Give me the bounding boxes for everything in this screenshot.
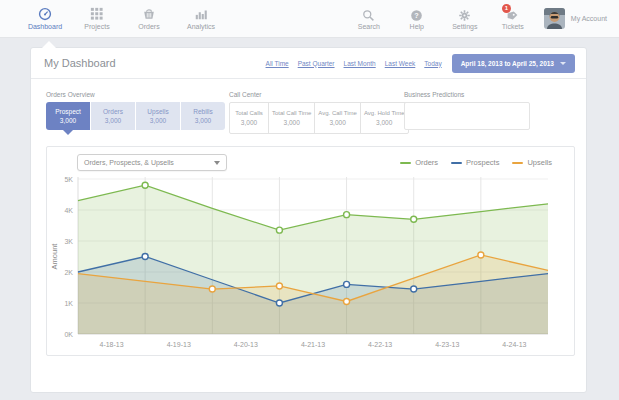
overview-tab-label: Rebills <box>181 107 225 116</box>
legend-label: Orders <box>415 158 438 167</box>
call-stat-avg-call-time: Avg. Call Time3,000 <box>314 102 361 134</box>
util-item-label: Search <box>358 23 380 30</box>
overview-tab-orders[interactable]: Orders3,000 <box>91 102 135 130</box>
nav-item-label: Orders <box>138 23 159 30</box>
util-item-help[interactable]: ?Help <box>400 8 434 30</box>
util-item-settings[interactable]: Settings <box>448 8 482 30</box>
y-tick-label: 4K <box>64 207 73 214</box>
date-range-label: April 18, 2013 to April 25, 2013 <box>461 60 554 67</box>
orders-area-chart: 0K1K2K3K4K5K4-18-134-19-134-20-134-21-13… <box>47 171 574 355</box>
chart-series-select[interactable]: Orders, Prospects, & Upsells <box>77 154 227 171</box>
dashboard-title-bar: My Dashboard All TimePast QuarterLast Mo… <box>31 48 586 79</box>
avatar[interactable] <box>544 8 565 29</box>
settings-icon <box>458 8 471 21</box>
data-point-marker <box>209 286 215 292</box>
page-title: My Dashboard <box>44 57 116 69</box>
legend-item-orders: Orders <box>400 158 438 167</box>
filter-link-past-quarter[interactable]: Past Quarter <box>298 60 335 67</box>
account-label: My Account <box>571 15 607 22</box>
card-notch <box>42 41 56 48</box>
legend-swatch <box>451 162 462 164</box>
util-item-tickets[interactable]: 1Tickets <box>496 8 530 30</box>
x-tick-label: 4-24-13 <box>502 341 526 348</box>
chart-panel: Orders, Prospects, & Upsells OrdersProsp… <box>46 146 575 356</box>
content-card: My Dashboard All TimePast QuarterLast Mo… <box>30 47 587 393</box>
overview-tab-upsells[interactable]: Upsells3,000 <box>136 102 180 130</box>
nav-item-label: Analytics <box>187 23 215 30</box>
y-tick-label: 3K <box>64 238 73 245</box>
primary-nav: DashboardProjectsOrdersAnalytics <box>0 7 224 30</box>
utility-nav: Search?HelpSettings1Tickets <box>352 8 530 30</box>
data-point-marker <box>276 283 282 289</box>
x-tick-label: 4-23-13 <box>435 341 459 348</box>
svg-text:?: ? <box>415 10 420 19</box>
overview-tab-value: 3,000 <box>91 116 135 125</box>
filter-link-today[interactable]: Today <box>424 60 441 67</box>
call-stat-label: Total Calls <box>233 110 265 118</box>
y-tick-label: 2K <box>64 269 73 276</box>
orders-overview-label: Orders Overview <box>46 91 225 98</box>
legend-swatch <box>400 162 411 164</box>
data-point-marker <box>142 182 148 188</box>
y-axis-title: Amount <box>50 243 59 270</box>
orders-overview-tabs: Prospect3,000Orders3,000Upsells3,000Rebi… <box>46 102 225 130</box>
util-item-label: Tickets <box>502 23 524 30</box>
data-point-marker <box>276 300 282 306</box>
data-point-marker <box>411 286 417 292</box>
x-tick-label: 4-21-13 <box>301 341 325 348</box>
data-point-marker <box>344 298 350 304</box>
chevron-down-icon <box>560 62 566 65</box>
overview-tab-label: Upsells <box>136 107 180 116</box>
overview-tab-value: 3,000 <box>46 116 90 125</box>
overview-tab-label: Prospect <box>46 107 90 116</box>
date-filter-links: All TimePast QuarterLast MonthLast WeekT… <box>266 60 442 67</box>
chart-header: Orders, Prospects, & Upsells OrdersProsp… <box>47 147 574 173</box>
business-predictions-section: Business Predictions <box>404 91 530 130</box>
call-stat-avg-hold-time: Avg. Hold Time3,000 <box>360 102 409 134</box>
nav-item-orders[interactable]: Orders <box>126 7 172 30</box>
x-tick-label: 4-22-13 <box>368 341 392 348</box>
legend-swatch <box>512 162 523 164</box>
chevron-down-icon <box>214 161 220 165</box>
y-tick-label: 1K <box>64 300 73 307</box>
call-center-stats: Total Calls3,000Total Call Time3,000Avg.… <box>229 102 409 134</box>
data-point-marker <box>344 281 350 287</box>
nav-item-projects[interactable]: Projects <box>74 7 120 30</box>
call-center-section: Call Center Total Calls3,000Total Call T… <box>229 91 409 134</box>
overview-tab-rebills[interactable]: Rebills3,000 <box>181 102 225 130</box>
legend-label: Prospects <box>466 158 499 167</box>
analytics-icon <box>194 7 208 21</box>
search-icon <box>362 8 375 21</box>
nav-item-dashboard[interactable]: Dashboard <box>22 7 68 30</box>
avatar-image <box>544 8 565 29</box>
filter-link-last-week[interactable]: Last Week <box>385 60 416 67</box>
util-item-search[interactable]: Search <box>352 8 386 30</box>
legend-label: Upsells <box>527 158 552 167</box>
projects-icon <box>90 7 104 21</box>
call-stat-label: Total Call Time <box>272 110 311 118</box>
business-predictions-label: Business Predictions <box>404 91 530 98</box>
overview-tab-label: Orders <box>91 107 135 116</box>
filter-link-all-time[interactable]: All Time <box>266 60 289 67</box>
filter-link-last-month[interactable]: Last Month <box>344 60 376 67</box>
date-range-button[interactable]: April 18, 2013 to April 25, 2013 <box>452 54 575 73</box>
business-predictions-box <box>404 102 530 130</box>
call-stat-value: 3,000 <box>318 119 357 127</box>
overview-tab-prospect[interactable]: Prospect3,000 <box>46 102 90 130</box>
data-point-marker <box>344 212 350 218</box>
orders-icon <box>142 7 156 21</box>
legend-item-upsells: Upsells <box>512 158 552 167</box>
util-item-label: Settings <box>452 23 477 30</box>
nav-item-label: Projects <box>84 23 109 30</box>
call-center-label: Call Center <box>229 91 409 98</box>
account-menu[interactable]: My Account <box>544 8 607 29</box>
call-stat-label: Avg. Hold Time <box>364 110 405 118</box>
call-stat-value: 3,000 <box>364 119 405 127</box>
x-tick-label: 4-19-13 <box>167 341 191 348</box>
call-stat-value: 3,000 <box>233 119 265 127</box>
call-stat-label: Avg. Call Time <box>318 110 357 118</box>
data-point-marker <box>411 216 417 222</box>
chart-series-select-value: Orders, Prospects, & Upsells <box>84 159 174 166</box>
data-point-marker <box>276 227 282 233</box>
nav-item-analytics[interactable]: Analytics <box>178 7 224 30</box>
